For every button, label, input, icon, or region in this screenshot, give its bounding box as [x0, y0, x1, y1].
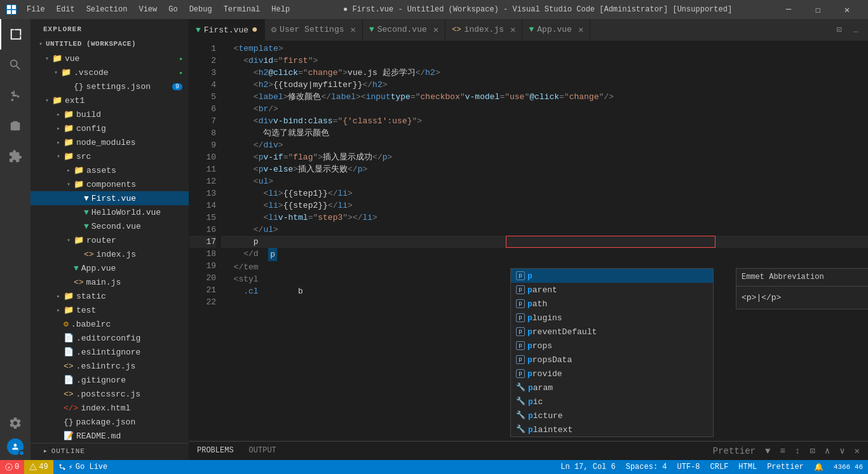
panel-close-icon[interactable]: ✕	[851, 444, 863, 457]
activity-bottom	[0, 408, 31, 460]
sidebar-item-first-vue[interactable]: ▸ ▼ First.vue	[31, 191, 189, 205]
panel-chevron-up-icon[interactable]: ∧	[822, 444, 833, 457]
menu-debug[interactable]: Debug	[184, 4, 217, 15]
split-editor-icon[interactable]: ⊡	[833, 23, 844, 36]
more-tabs-icon[interactable]: …	[850, 24, 862, 36]
sidebar-item-babelrc[interactable]: ▸ ⚙ .babelrc	[31, 317, 189, 331]
status-right: Ln 17, Col 6 Spaces: 4 UTF-8 CRLF HTML P…	[555, 460, 868, 474]
code-line-8: 勾选了就显示颜色	[221, 127, 868, 139]
sidebar-item-vue[interactable]: ▾ 📁 vue ●	[31, 51, 189, 65]
expand-arrow: ▾	[36, 40, 46, 48]
close-button[interactable]: ✕	[832, 0, 862, 19]
ac-item-propsdata[interactable]: p propsData	[511, 353, 713, 367]
panel-split-icon[interactable]: ↕	[792, 445, 803, 457]
status-errors[interactable]: ✕ 0	[0, 460, 24, 474]
sidebar-item-gitignore[interactable]: ▸ 📄 .gitignore	[31, 373, 189, 387]
sidebar-item-config[interactable]: ▸ 📁 config	[31, 121, 189, 135]
status-encoding[interactable]: UTF-8	[672, 460, 705, 474]
search-icon[interactable]	[0, 50, 31, 80]
tab-app-vue[interactable]: ▼ App.vue ✕	[522, 19, 590, 41]
sidebar-item-eslintignore[interactable]: ▸ 📄 .eslintignore	[31, 345, 189, 359]
sidebar-item-editorconfig[interactable]: ▸ 📄 .editorconfig	[31, 331, 189, 345]
menu-selection[interactable]: Selection	[81, 4, 133, 15]
sidebar-item-eslintrc[interactable]: ▸ <> .eslintrc.js	[31, 359, 189, 373]
sidebar-item-postcssrc[interactable]: ▸ <> .postcssrc.js	[31, 387, 189, 401]
code-area[interactable]: <template> <div id="first"> <h2 @click="…	[221, 41, 868, 441]
menu-terminal[interactable]: Terminal	[219, 4, 266, 15]
ac-item-provide[interactable]: p provide	[511, 367, 713, 381]
sidebar-item-src[interactable]: ▾ 📁 src	[31, 149, 189, 163]
status-language[interactable]: HTML	[733, 460, 762, 474]
sidebar-item-ext1[interactable]: ▾ 📁 ext1	[31, 93, 189, 107]
menu-edit[interactable]: Edit	[51, 4, 80, 15]
outline-section[interactable]: ▸ OUTLINE	[31, 443, 189, 458]
status-warnings[interactable]: ! 49	[24, 460, 53, 474]
menu-view[interactable]: View	[133, 4, 162, 15]
ac-item-plugins[interactable]: p plugins	[511, 311, 713, 325]
tab-problems[interactable]: PROBLEMS	[189, 442, 241, 461]
sidebar-item-package-json[interactable]: ▸ {} package.json	[31, 415, 189, 429]
sidebar-item-vscode[interactable]: ▾ 📁 .vscode ●	[31, 65, 189, 79]
maximize-button[interactable]: ☐	[803, 0, 832, 19]
sidebar-item-helloworld-vue[interactable]: ▸ ▼ HelloWorld.vue	[31, 205, 189, 219]
tab-second-vue[interactable]: ▼ Second.vue ✕	[363, 19, 445, 41]
ac-item-preventdefault[interactable]: p preventDefault	[511, 325, 713, 339]
sidebar-item-settings-json[interactable]: ▸ {} settings.json 9	[31, 79, 189, 93]
account-icon[interactable]	[7, 438, 24, 455]
ac-item-param[interactable]: 🔧 param	[511, 381, 713, 395]
tab-index-js[interactable]: <> index.js ✕	[445, 19, 522, 41]
panel-minimize-icon[interactable]: ⊡	[806, 444, 818, 457]
ac-item-path[interactable]: p path	[511, 297, 713, 311]
status-bell-icon[interactable]: 🔔	[809, 460, 829, 474]
emmet-preview: <p>|</p>	[736, 287, 868, 309]
panel-list-icon[interactable]: ≡	[776, 445, 788, 457]
sidebar-item-app-vue[interactable]: ▸ ▼ App.vue	[31, 261, 189, 275]
status-line-ending[interactable]: CRLF	[705, 460, 734, 474]
sidebar-item-readme[interactable]: ▸ 📝 README.md	[31, 429, 189, 443]
ac-item-pic[interactable]: 🔧 pic	[511, 395, 713, 409]
ac-item-parent[interactable]: p parent	[511, 283, 713, 297]
sidebar-item-test[interactable]: ▸ 📁 test	[31, 303, 189, 317]
source-control-icon[interactable]	[0, 80, 31, 111]
sidebar-item-router-index-js[interactable]: ▸ <> index.js	[31, 247, 189, 261]
menu-file[interactable]: File	[22, 4, 50, 15]
ac-item-picture[interactable]: 🔧 picture	[511, 409, 713, 423]
sidebar-item-node-modules[interactable]: ▸ 📁 node_modules	[31, 135, 189, 149]
sidebar-item-assets[interactable]: ▸ 📁 assets	[31, 163, 189, 177]
code-line-15: <li v-html="step3"></li>	[221, 212, 868, 224]
code-line-1: <template>	[221, 43, 868, 55]
autocomplete-dropdown[interactable]: p p p parent p path p pl	[510, 268, 714, 437]
menu-help[interactable]: Help	[266, 4, 295, 15]
explorer-icon[interactable]	[0, 19, 31, 50]
app-icon	[6, 4, 17, 15]
status-branch[interactable]: ⚡ Go Live	[53, 460, 113, 474]
panel-chevron-down-icon[interactable]: ∨	[836, 444, 848, 457]
tab-output[interactable]: OUTPUT	[241, 442, 284, 461]
sidebar-item-components[interactable]: ▾ 📁 components	[31, 177, 189, 191]
debug-icon[interactable]	[0, 111, 31, 141]
workspace-root[interactable]: ▾ UNTITLED (WORKSPACE)	[31, 36, 189, 51]
tab-first-vue[interactable]: ▼ First.vue ●	[189, 19, 265, 41]
sidebar-item-second-vue[interactable]: ▸ ▼ Second.vue	[31, 219, 189, 233]
code-line-11: <p v-else>插入显示失败</p>	[221, 163, 868, 175]
ac-item-p[interactable]: p p	[511, 269, 713, 283]
sidebar-item-main-js[interactable]: ▸ <> main.js	[31, 275, 189, 289]
status-position[interactable]: Ln 17, Col 6	[555, 460, 620, 474]
tab-user-settings[interactable]: ⚙ User Settings ✕	[265, 19, 363, 41]
minimize-button[interactable]: ─	[774, 0, 803, 19]
sidebar-header: EXPLORER	[31, 19, 189, 36]
code-line-2: <div id="first">	[221, 55, 868, 67]
menu-go[interactable]: Go	[163, 4, 182, 15]
prettier-label[interactable]: Prettier	[710, 445, 759, 457]
window-controls: ─ ☐ ✕	[774, 0, 862, 19]
sidebar-item-build[interactable]: ▸ 📁 build	[31, 107, 189, 121]
extensions-icon[interactable]	[0, 141, 31, 172]
sidebar-item-static[interactable]: ▸ 📁 static	[31, 289, 189, 303]
ac-item-plaintext[interactable]: 🔧 plaintext	[511, 423, 713, 437]
status-spaces[interactable]: Spaces: 4	[621, 460, 672, 474]
ac-item-props[interactable]: p props	[511, 339, 713, 353]
status-formatter[interactable]: Prettier	[762, 460, 809, 474]
sidebar-item-router[interactable]: ▾ 📁 router	[31, 233, 189, 247]
settings-icon[interactable]	[0, 408, 31, 438]
sidebar-item-index-html[interactable]: ▸ </> index.html	[31, 401, 189, 415]
